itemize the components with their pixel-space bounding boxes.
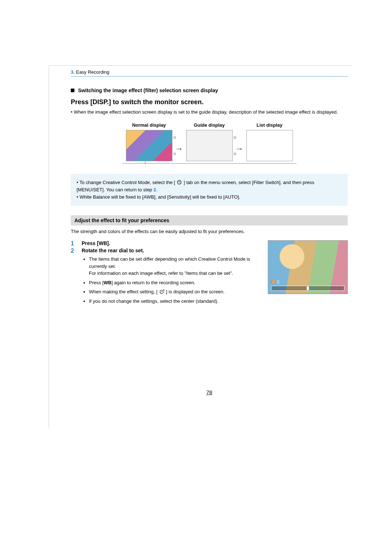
list-display-label: List display	[257, 122, 283, 128]
palette-adjust-icon	[159, 289, 165, 294]
svg-point-4	[177, 180, 181, 184]
breadcrumb: 3. Easy Recording	[71, 66, 348, 77]
bullet-3: When making the effect setting, [ ] is d…	[89, 288, 261, 296]
page-content: 3. Easy Recording Switching the image ef…	[49, 65, 353, 428]
steps-text: 1 Press [WB]. 2 Rotate the rear dial to …	[71, 240, 261, 309]
svg-point-8	[160, 290, 163, 293]
step-number: 1	[71, 240, 77, 247]
svg-point-9	[161, 291, 162, 292]
step-number: 2	[71, 248, 77, 254]
loop-connector: ↑	[122, 163, 297, 164]
arrow-right-icon: →	[175, 144, 183, 154]
guide-display-label: Guide display	[194, 122, 225, 128]
slider-bar-icon	[271, 286, 344, 291]
guide-display-col: Guide display ⊙⊙	[186, 122, 233, 161]
wb-icon: WB	[103, 280, 111, 285]
palette-tab-icon	[176, 179, 182, 185]
normal-display-col: Normal display ⊙⊙	[126, 122, 172, 161]
steps-block: 1 Press [WB]. 2 Rotate the rear dial to …	[71, 240, 348, 309]
page-number: 78	[71, 389, 348, 395]
info-box: To change Creative Control Mode, select …	[71, 174, 348, 206]
adjust-heading: Adjust the effect to fit your preference…	[71, 215, 348, 225]
step-2: 2 Rotate the rear dial to set.	[71, 248, 261, 254]
normal-display-label: Normal display	[132, 122, 166, 128]
section-heading-text: Switching the image effect (filter) sele…	[78, 87, 218, 93]
info-line-2: White Balance will be fixed to [AWB], an…	[77, 194, 342, 201]
adjust-intro: The strength and colors of the effects c…	[71, 228, 348, 235]
list-display-col: List display	[246, 122, 293, 161]
svg-point-6	[180, 181, 180, 182]
step-2-bullets: The items that can be set differ dependi…	[82, 256, 261, 305]
display-mode-figure: Normal display ⊙⊙ → Guide display ⊙⊙ → L…	[71, 122, 348, 161]
step-1: 1 Press [WB].	[71, 240, 261, 247]
step-1-label: Press [WB].	[82, 240, 110, 247]
svg-point-7	[180, 182, 180, 183]
normal-display-thumb: ⊙⊙	[126, 130, 172, 161]
bullet-1: The items that can be set differ dependi…	[89, 256, 261, 277]
thumb-side-controls-icon: ⊙⊙	[233, 135, 237, 156]
section-heading: Switching the image effect (filter) sele…	[71, 87, 348, 93]
note-text: When the image effect selection screen d…	[71, 109, 348, 116]
thumb-side-controls-icon: ⊙⊙	[173, 135, 176, 156]
list-display-thumb	[246, 130, 293, 161]
loop-up-arrow-icon: ↑	[144, 160, 147, 166]
info-line-1: To change Creative Control Mode, select …	[77, 179, 342, 194]
bullet-4: If you do not change the settings, selec…	[89, 298, 261, 305]
step-ref: 2	[154, 187, 156, 192]
palette-overlay-icon: 🎨 ▯	[270, 279, 279, 284]
step-2-label: Rotate the rear dial to set.	[82, 248, 144, 254]
svg-point-10	[162, 291, 163, 292]
bullet-2: Press [WB] again to return to the record…	[89, 279, 261, 286]
breadcrumb-title: Easy Recording	[76, 69, 109, 75]
wb-icon: WB	[99, 240, 107, 246]
breadcrumb-number: 3.	[71, 69, 75, 75]
sub-heading: Press [DISP.] to switch the monitor scre…	[71, 98, 348, 106]
effect-preview-image: 🎨 ▯	[268, 240, 348, 294]
arrow-right-icon: →	[236, 144, 244, 154]
guide-display-thumb: ⊙⊙	[186, 130, 233, 161]
svg-point-5	[178, 182, 179, 182]
square-bullet-icon	[71, 89, 74, 92]
